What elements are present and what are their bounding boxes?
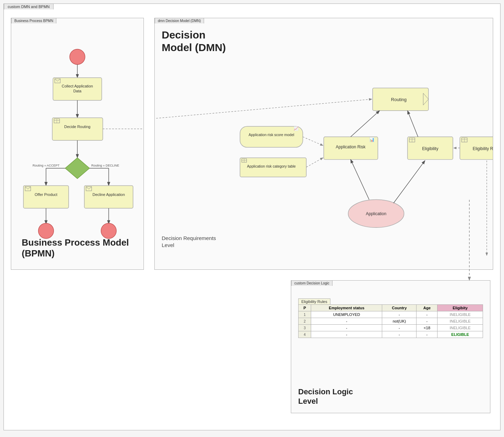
col-header-p: P [299, 305, 311, 311]
eligibility-table: P Employment status Country Age Eligibit… [298, 304, 483, 338]
svg-text:Routing: Routing [391, 97, 407, 102]
dmn-big-title: DecisionModel (DMN) [162, 29, 226, 54]
svg-line-75 [156, 99, 372, 118]
bpmn-panel-title: Business Process BPMN [11, 18, 56, 23]
table-row: 1 UNEMPLOYED - - INELIGIBLE [299, 311, 483, 318]
svg-text:Application risk score model: Application risk score model [248, 133, 294, 137]
col-header-country: Country [382, 305, 416, 311]
decision-logic-big-title: Decision LogicLevel [298, 387, 353, 406]
table-row: 3 - - <18 INELIGIBLE [299, 325, 483, 331]
cell-p: 2 [299, 318, 311, 325]
cell-country: not(UK) [382, 318, 416, 325]
cell-employment: UNEMPLOYED [311, 311, 382, 318]
cell-eligibility: ELIGIBLE [438, 331, 483, 338]
svg-text:Data: Data [73, 89, 82, 93]
table-row: 4 - - - ELIGIBLE [299, 331, 483, 338]
cell-age: - [416, 331, 438, 338]
svg-text:Offer Product: Offer Product [35, 192, 57, 197]
decision-logic-title: custom Decision Logic [291, 280, 332, 286]
cell-age: - [416, 311, 438, 318]
col-header-employment: Employment status [311, 305, 382, 311]
decision-logic-panel: custom Decision Logic Eligibility Rules … [291, 280, 490, 413]
cell-employment: - [311, 318, 382, 325]
svg-point-0 [70, 49, 85, 65]
cell-country: - [382, 331, 416, 338]
cell-employment: - [311, 331, 382, 338]
svg-line-73 [351, 160, 369, 200]
eligibility-rules-tab: Eligibility Rules [298, 298, 330, 304]
dmn-diagram: Routing 📊 Application Risk Eligibility E… [155, 18, 493, 269]
svg-text:Collect Application: Collect Application [62, 84, 93, 88]
cell-p: 4 [299, 331, 311, 338]
cell-eligibility: INELIGIBLE [438, 311, 483, 318]
table-row: 2 - not(UK) - INELIGIBLE [299, 318, 483, 325]
cell-employment: - [311, 325, 382, 331]
dmn-sublabel: Decision RequirementsLevel [162, 235, 216, 248]
svg-point-36 [101, 223, 117, 239]
main-container: custom DMN and BPMN Business Process BPM… [4, 3, 500, 430]
svg-text:📈: 📈 [294, 126, 299, 131]
svg-marker-16 [65, 158, 90, 179]
cell-p: 3 [299, 325, 311, 331]
dmn-panel: dmn Decision Model (DMN) Routing [154, 18, 493, 270]
bpmn-big-title: Business Process Model (BPMN) [22, 237, 144, 259]
svg-line-68 [303, 137, 323, 146]
svg-text:Eligibility: Eligibility [422, 146, 439, 151]
svg-line-74 [393, 161, 425, 203]
bpmn-panel: Business Process BPMN Collect Applicatio… [11, 18, 144, 270]
cell-country: - [382, 311, 416, 318]
svg-text:Decide Routing: Decide Routing [64, 125, 91, 129]
svg-rect-9 [52, 118, 103, 141]
col-header-age: Age [416, 305, 438, 311]
cell-country: - [382, 325, 416, 331]
svg-text:📊: 📊 [369, 137, 374, 142]
svg-text:Application Risk: Application Risk [336, 145, 365, 149]
svg-text:Application risk category tabl: Application risk category table [247, 164, 296, 168]
cell-p: 1 [299, 311, 311, 318]
main-title-tab: custom DMN and BPMN [4, 3, 54, 9]
svg-text:Application: Application [366, 211, 386, 216]
svg-text:Decline Application: Decline Application [92, 192, 125, 197]
svg-text:Eligibility Rules: Eligibility Rules [473, 146, 493, 151]
col-header-eligibility: Eligibity [438, 305, 483, 311]
cell-eligibility: INELIGIBLE [438, 325, 483, 331]
svg-rect-23 [23, 185, 69, 208]
cell-eligibility: INELIGIBLE [438, 318, 483, 325]
svg-line-70 [351, 111, 380, 137]
svg-text:Routing = ACCEPT: Routing = ACCEPT [33, 164, 59, 167]
cell-age: <18 [416, 325, 438, 331]
eligibility-table-section: Eligibility Rules P Employment status Co… [298, 298, 483, 338]
svg-point-34 [38, 223, 54, 239]
svg-line-71 [407, 111, 418, 137]
svg-text:Routing = DECLINE: Routing = DECLINE [91, 164, 119, 167]
cell-age: - [416, 318, 438, 325]
svg-line-69 [306, 158, 323, 167]
